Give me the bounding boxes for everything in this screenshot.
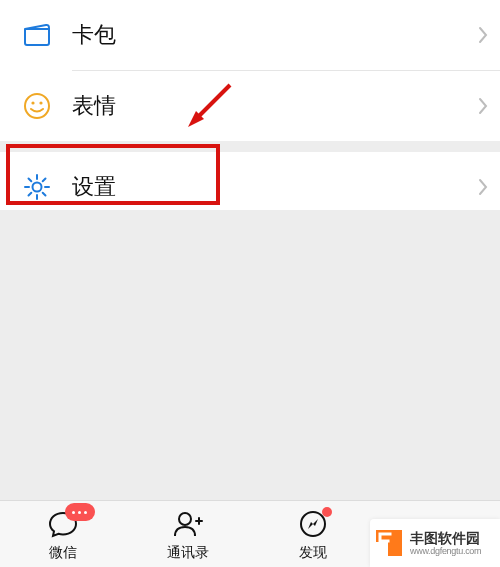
menu-item-label: 表情 bbox=[52, 91, 466, 121]
unread-badge bbox=[65, 503, 95, 521]
tab-label: 微信 bbox=[49, 544, 77, 562]
watermark: 丰图软件园 www.dgfengtu.com bbox=[370, 519, 500, 567]
svg-point-2 bbox=[39, 101, 42, 104]
smile-icon bbox=[22, 91, 52, 121]
menu-group-1: 卡包 表情 bbox=[0, 0, 500, 141]
svg-line-9 bbox=[43, 193, 46, 196]
chevron-right-icon bbox=[466, 71, 500, 141]
svg-point-0 bbox=[25, 94, 49, 118]
svg-line-11 bbox=[29, 193, 32, 196]
chevron-right-icon bbox=[466, 0, 500, 70]
gear-icon bbox=[22, 172, 52, 202]
tab-label: 发现 bbox=[299, 544, 327, 562]
chat-bubble-icon bbox=[47, 509, 79, 539]
menu-item-label: 卡包 bbox=[52, 20, 466, 50]
empty-area bbox=[0, 210, 500, 500]
svg-marker-19 bbox=[308, 522, 313, 529]
svg-point-3 bbox=[33, 183, 42, 192]
section-gap bbox=[0, 141, 500, 152]
tab-label: 通讯录 bbox=[167, 544, 209, 562]
tab-contacts[interactable]: 通讯录 bbox=[125, 501, 250, 567]
notification-dot bbox=[322, 507, 332, 517]
contacts-icon bbox=[172, 509, 204, 539]
svg-line-10 bbox=[43, 179, 46, 182]
svg-point-14 bbox=[179, 513, 191, 525]
svg-point-1 bbox=[31, 101, 34, 104]
menu-item-label: 设置 bbox=[52, 172, 466, 202]
watermark-title: 丰图软件园 bbox=[410, 530, 481, 546]
menu-item-card-pack[interactable]: 卡包 bbox=[0, 0, 500, 70]
menu-item-stickers[interactable]: 表情 bbox=[0, 71, 500, 141]
watermark-subtitle: www.dgfengtu.com bbox=[410, 546, 481, 556]
svg-line-8 bbox=[29, 179, 32, 182]
tab-discover[interactable]: 发现 bbox=[250, 501, 375, 567]
tab-chat[interactable]: 微信 bbox=[0, 501, 125, 567]
svg-marker-18 bbox=[313, 519, 318, 526]
wallet-icon bbox=[22, 20, 52, 50]
watermark-logo-icon bbox=[374, 528, 404, 558]
compass-icon bbox=[298, 509, 328, 539]
